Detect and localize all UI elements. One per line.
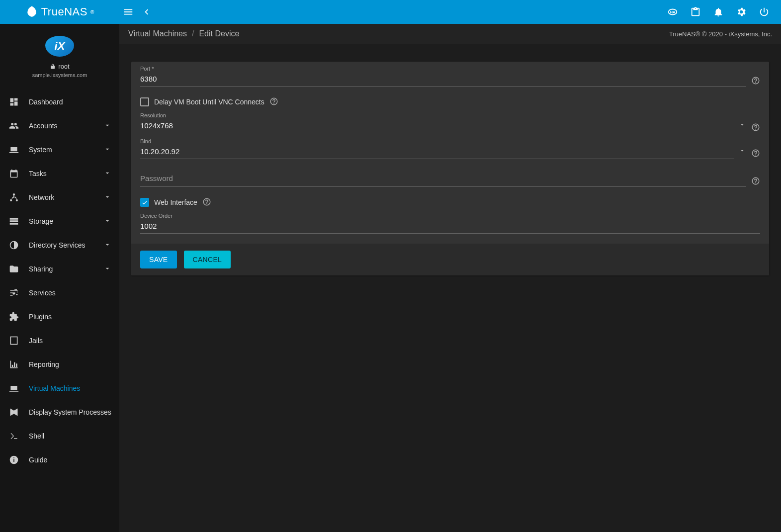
tune-icon <box>8 288 20 298</box>
sidebar-item-label: Accounts <box>29 122 103 130</box>
calendar-icon <box>8 169 20 178</box>
hostname: sample.ixsystems.com <box>0 72 119 78</box>
adjust-icon <box>8 240 20 250</box>
back-icon[interactable] <box>140 6 152 18</box>
chevron-down-icon <box>103 265 111 274</box>
cancel-button[interactable]: CANCEL <box>184 251 231 268</box>
jail-icon <box>8 336 20 346</box>
sidebar-item-network[interactable]: Network <box>0 185 119 209</box>
breadcrumb-root[interactable]: Virtual Machines <box>128 29 187 38</box>
sidebar-item-sharing[interactable]: Sharing <box>0 257 119 281</box>
sidebar-item-label: Virtual Machines <box>29 384 111 392</box>
sidebar-item-label: Storage <box>29 217 103 225</box>
main: Virtual Machines / Edit Device TrueNAS® … <box>119 24 781 532</box>
port-input[interactable] <box>140 73 746 86</box>
sidebar-item-system[interactable]: System <box>0 138 119 162</box>
sidebar-item-label: Dashboard <box>29 98 111 106</box>
breadcrumb-leaf: Edit Device <box>199 29 239 38</box>
bind-dropdown-icon[interactable] <box>739 148 746 159</box>
web-interface-label: Web Interface <box>154 198 197 206</box>
info-icon <box>8 455 20 465</box>
sidebar-item-label: Shell <box>29 432 111 440</box>
brand-name: TrueNAS <box>41 5 87 18</box>
settings-icon[interactable] <box>735 6 747 18</box>
extension-icon <box>8 312 20 322</box>
sidebar-item-label: System <box>29 146 103 154</box>
sidebar-item-label: Network <box>29 193 103 201</box>
delay-vnc-label: Delay VM Boot Until VNC Connects <box>154 98 264 106</box>
sidebar-item-label: Tasks <box>29 170 103 177</box>
chevron-down-icon <box>103 145 111 155</box>
chevron-down-icon <box>103 169 111 178</box>
sidebar-item-label: Services <box>29 289 111 297</box>
bind-select[interactable] <box>140 145 734 159</box>
breadcrumb-bar: Virtual Machines / Edit Device TrueNAS® … <box>119 24 781 44</box>
web-interface-checkbox[interactable] <box>140 198 149 207</box>
people-icon <box>8 121 20 131</box>
password-input[interactable] <box>140 173 746 186</box>
sidebar-item-label: Plugins <box>29 313 111 321</box>
chevron-down-icon <box>103 121 111 131</box>
breadcrumb-sep: / <box>192 29 194 38</box>
resolution-help-icon[interactable] <box>751 123 760 133</box>
sidebar-item-directory-services[interactable]: Directory Services <box>0 233 119 257</box>
sidebar-item-jails[interactable]: Jails <box>0 329 119 353</box>
sidebar-item-reporting[interactable]: Reporting <box>0 353 119 376</box>
sidebar-item-virtual-machines[interactable]: Virtual Machines <box>0 376 119 400</box>
username: root <box>58 63 69 70</box>
sidebar-item-accounts[interactable]: Accounts <box>0 114 119 138</box>
sidebar-item-storage[interactable]: Storage <box>0 209 119 233</box>
resolution-select[interactable] <box>140 119 734 133</box>
sidebar-item-dashboard[interactable]: Dashboard <box>0 90 119 114</box>
web-interface-help-icon[interactable] <box>202 197 211 208</box>
chevron-down-icon <box>103 217 111 226</box>
ix-logo-icon: iX <box>45 36 74 57</box>
sidebar-item-label: Guide <box>29 456 111 464</box>
clipboard-icon[interactable] <box>690 6 701 18</box>
resolution-dropdown-icon[interactable] <box>739 122 746 133</box>
notifications-icon[interactable] <box>712 6 724 18</box>
processes-icon <box>8 407 20 417</box>
sidebar-item-label: Jails <box>29 337 111 345</box>
sidebar-item-guide[interactable]: Guide <box>0 448 119 472</box>
menu-toggle-icon[interactable] <box>122 6 134 18</box>
power-icon[interactable] <box>758 6 770 18</box>
sidebar-item-display-system-processes[interactable]: Display System Processes <box>0 400 119 424</box>
sidebar-item-shell[interactable]: Shell <box>0 424 119 448</box>
sidebar-item-tasks[interactable]: Tasks <box>0 162 119 185</box>
terminal-icon <box>8 431 20 441</box>
laptop-icon <box>8 383 20 393</box>
device-order-input[interactable] <box>140 220 760 233</box>
chart-icon <box>8 359 20 369</box>
port-label: Port * <box>140 66 154 72</box>
ha-status-icon[interactable] <box>667 6 679 18</box>
sidebar-item-services[interactable]: Services <box>0 281 119 305</box>
chevron-down-icon <box>103 193 111 202</box>
port-help-icon[interactable] <box>751 76 760 87</box>
bind-help-icon[interactable] <box>751 149 760 159</box>
lock-icon <box>50 64 56 70</box>
resolution-label: Resolution <box>140 112 166 118</box>
brand-block: iX root sample.ixsystems.com <box>0 24 119 83</box>
actions-bar: SAVE CANCEL <box>131 244 769 275</box>
save-button[interactable]: SAVE <box>140 251 177 268</box>
password-help-icon[interactable] <box>751 177 760 187</box>
edit-device-card: Port * Delay VM Boot Until VNC Connects <box>131 62 769 275</box>
nav: DashboardAccountsSystemTasksNetworkStora… <box>0 90 119 472</box>
device-order-label: Device Order <box>140 213 173 219</box>
hub-icon <box>8 192 20 202</box>
sidebar-item-label: Reporting <box>29 360 111 368</box>
copyright: TrueNAS® © 2020 - iXsystems, Inc. <box>669 30 772 38</box>
delay-vnc-help-icon[interactable] <box>269 97 278 107</box>
logo[interactable]: TrueNAS® <box>0 5 119 19</box>
delay-vnc-checkbox[interactable] <box>140 97 149 106</box>
sidebar-item-label: Sharing <box>29 265 103 273</box>
user-line: root <box>0 63 119 70</box>
sidebar-item-label: Directory Services <box>29 241 103 249</box>
sidebar-item-plugins[interactable]: Plugins <box>0 305 119 329</box>
dashboard-icon <box>8 97 20 107</box>
truenas-mark-icon <box>25 5 38 19</box>
laptop-icon <box>8 145 20 155</box>
sidebar-item-label: Display System Processes <box>29 408 111 416</box>
bind-label: Bind <box>140 138 151 144</box>
